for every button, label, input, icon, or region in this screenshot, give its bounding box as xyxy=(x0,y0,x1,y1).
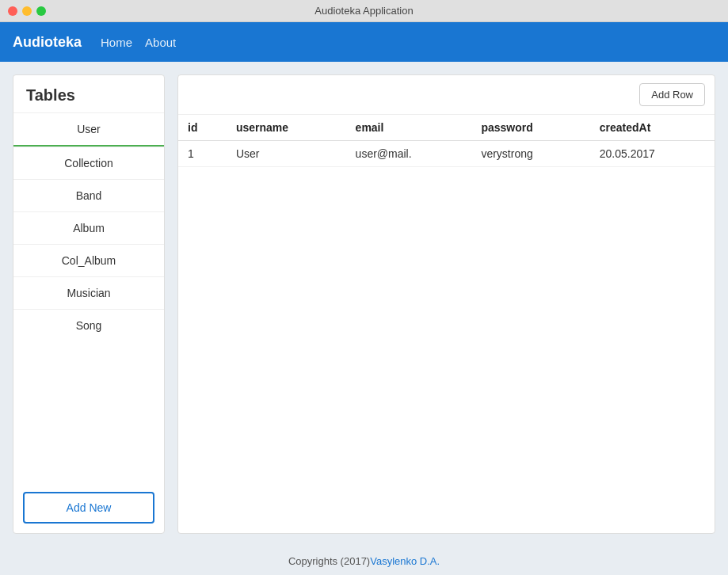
table-area: Add Row id username email password creat… xyxy=(177,74,715,534)
sidebar-item-collection[interactable]: Collection xyxy=(13,147,164,179)
sidebar-item-album[interactable]: Album xyxy=(13,211,164,244)
sidebar-item-user[interactable]: User xyxy=(13,112,164,147)
navbar-brand: Audioteka xyxy=(13,34,82,51)
table-body: 1 User user@mail. verystrong 20.05.2017 xyxy=(178,141,715,167)
maximize-button[interactable] xyxy=(36,6,46,16)
sidebar-item-musician[interactable]: Musician xyxy=(13,276,164,309)
minimize-button[interactable] xyxy=(22,6,32,16)
sidebar-header: Tables xyxy=(13,75,164,112)
col-header-createdat: createdAt xyxy=(590,115,715,141)
cell-createdat: 20.05.2017 xyxy=(590,141,715,167)
col-header-password: password xyxy=(471,115,589,141)
col-header-username: username xyxy=(227,115,346,141)
footer: Copyrights (2017) Vasylenko D.A. xyxy=(0,546,728,575)
add-new-button[interactable]: Add New xyxy=(23,492,154,524)
cell-email: user@mail. xyxy=(346,141,472,167)
table-toolbar: Add Row xyxy=(178,75,715,115)
sidebar-item-band[interactable]: Band xyxy=(13,179,164,211)
footer-text: Copyrights (2017) xyxy=(288,555,370,567)
sidebar: Tables User Collection Band Album Col_Al… xyxy=(13,74,165,534)
add-row-button[interactable]: Add Row xyxy=(639,83,705,106)
sidebar-items: User Collection Band Album Col_Album Mus… xyxy=(13,112,164,482)
window-title: Audioteka Application xyxy=(314,5,413,17)
cell-password: verystrong xyxy=(471,141,589,167)
table-row: 1 User user@mail. verystrong 20.05.2017 xyxy=(178,141,715,167)
sidebar-item-song[interactable]: Song xyxy=(13,309,164,341)
nav-link-home[interactable]: Home xyxy=(101,36,132,49)
navbar: Audioteka Home About xyxy=(0,22,728,62)
col-header-email: email xyxy=(346,115,472,141)
title-bar: Audioteka Application xyxy=(0,0,728,22)
cell-id: 1 xyxy=(178,141,227,167)
col-header-id: id xyxy=(178,115,227,141)
data-table: id username email password createdAt 1 U… xyxy=(178,115,715,167)
close-button[interactable] xyxy=(8,6,17,16)
table-header-row: id username email password createdAt xyxy=(178,115,715,141)
window-controls xyxy=(8,6,46,16)
cell-username: User xyxy=(227,141,346,167)
main-content: Tables User Collection Band Album Col_Al… xyxy=(0,62,728,546)
table-head: id username email password createdAt xyxy=(178,115,715,141)
sidebar-item-col-album[interactable]: Col_Album xyxy=(13,244,164,276)
nav-link-about[interactable]: About xyxy=(145,36,176,49)
footer-link[interactable]: Vasylenko D.A. xyxy=(370,555,440,567)
